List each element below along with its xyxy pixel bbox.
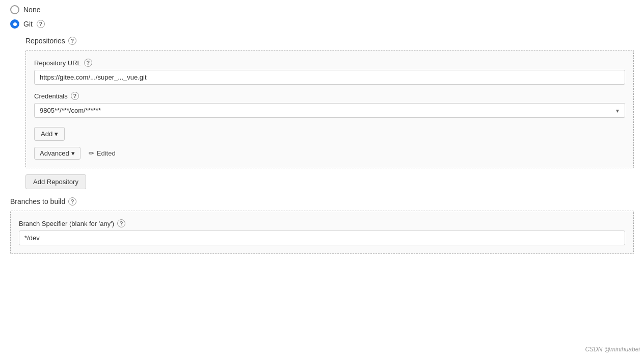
repositories-label-text: Repositories	[25, 37, 65, 45]
source-control-options: None Git ?	[10, 5, 634, 29]
branches-section: Branches to build ? Branch Specifier (bl…	[10, 197, 634, 254]
advanced-button-label: Advanced	[40, 149, 69, 157]
add-dropdown-icon: ▾	[55, 130, 58, 138]
repositories-help-icon[interactable]: ?	[68, 37, 76, 45]
git-option[interactable]: Git ?	[10, 19, 634, 29]
branches-section-label: Branches to build ?	[10, 197, 634, 206]
add-credentials-button[interactable]: Add ▾	[34, 127, 65, 141]
branch-specifier-label: Branch Specifier (blank for 'any') ?	[19, 219, 625, 227]
watermark: CSDN @minihuabei	[585, 346, 640, 353]
branches-help-icon[interactable]: ?	[68, 197, 76, 206]
add-repository-label: Add Repository	[33, 178, 78, 186]
page-container: None Git ? Repositories ? Repository URL…	[0, 0, 644, 264]
git-help-icon[interactable]: ?	[37, 20, 45, 28]
credentials-select-wrapper: 9805**/***/com/******	[34, 103, 625, 118]
repository-config-box: Repository URL ? Credentials ? 9805**/**…	[25, 50, 634, 168]
pencil-icon: ✏	[89, 149, 94, 157]
none-option[interactable]: None	[10, 5, 634, 14]
repositories-section-label: Repositories ?	[25, 37, 634, 45]
credentials-field-label: Credentials ?	[34, 92, 625, 100]
credentials-label-text: Credentials	[34, 92, 68, 100]
branches-label-text: Branches to build	[10, 197, 65, 206]
repo-url-input[interactable]	[34, 70, 625, 85]
add-repository-button[interactable]: Add Repository	[25, 174, 86, 189]
branch-specifier-help-icon[interactable]: ?	[117, 219, 125, 227]
credentials-select[interactable]: 9805**/***/com/******	[34, 103, 625, 118]
git-label: Git	[23, 20, 33, 28]
advanced-chevron-icon: ▾	[71, 149, 75, 157]
advanced-button[interactable]: Advanced ▾	[34, 147, 81, 160]
repo-url-label-text: Repository URL	[34, 59, 81, 67]
none-label: None	[23, 6, 40, 14]
edited-label-text: Edited	[97, 149, 116, 157]
git-radio[interactable]	[10, 19, 19, 29]
branch-specifier-input[interactable]	[19, 231, 625, 245]
branch-specifier-label-text: Branch Specifier (blank for 'any')	[19, 220, 114, 227]
repo-url-help-icon[interactable]: ?	[84, 59, 92, 67]
none-radio[interactable]	[10, 5, 19, 14]
repo-url-field-label: Repository URL ?	[34, 59, 625, 67]
credentials-help-icon[interactable]: ?	[71, 92, 79, 100]
add-button-label: Add	[41, 130, 52, 138]
credentials-group: Credentials ? 9805**/***/com/******	[34, 92, 625, 118]
edited-status: ✏ Edited	[89, 149, 116, 157]
repo-url-group: Repository URL ?	[34, 59, 625, 85]
branches-config-box: Branch Specifier (blank for 'any') ?	[10, 211, 634, 254]
advanced-row: Advanced ▾ ✏ Edited	[34, 147, 625, 160]
